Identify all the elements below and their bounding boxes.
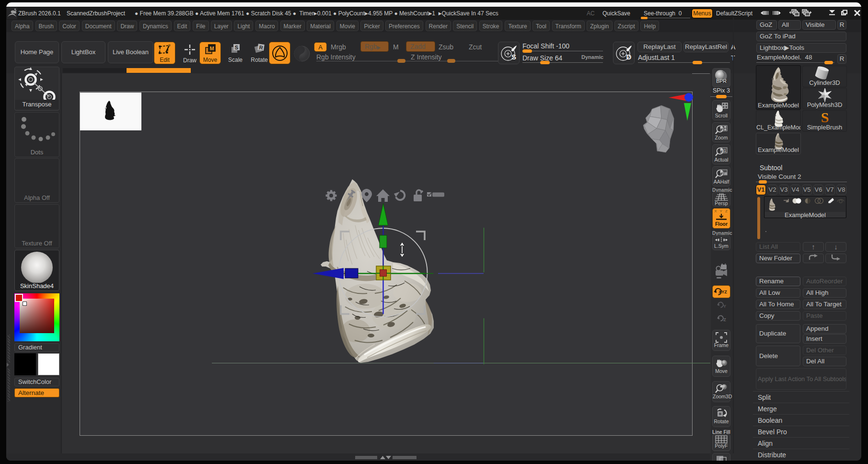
svg-text:R: R <box>259 45 264 51</box>
svg-text:S: S <box>821 110 829 125</box>
svg-text:D: D <box>626 53 631 61</box>
svg-text:M: M <box>209 46 214 51</box>
svg-text:XYZ: XYZ <box>718 290 727 294</box>
svg-text:S: S <box>511 53 516 61</box>
svg-text:Z: Z <box>723 317 726 322</box>
svg-text:S: S <box>235 45 238 50</box>
svg-text:Y: Y <box>723 304 726 309</box>
